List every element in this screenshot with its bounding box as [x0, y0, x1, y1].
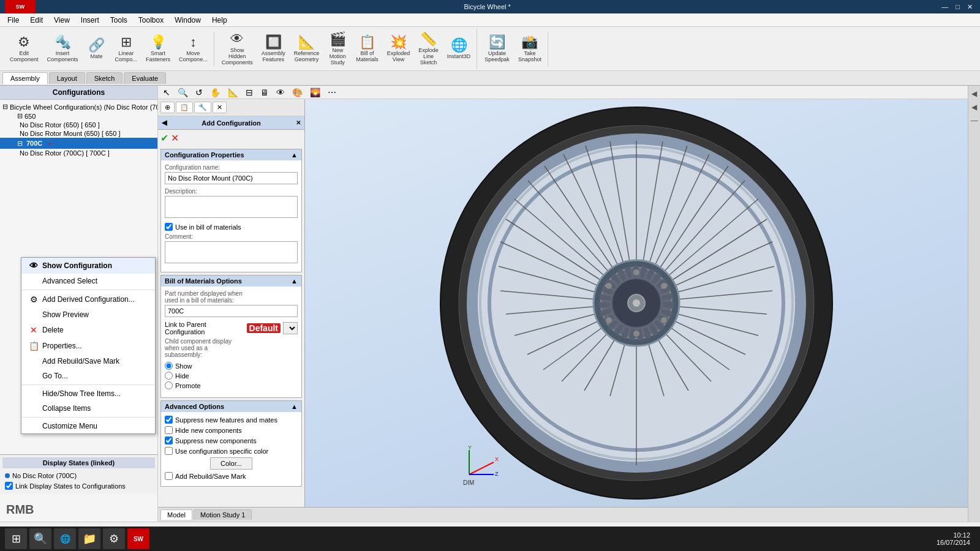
menu-help[interactable]: Help — [207, 15, 232, 26]
suppress-components-checkbox[interactable] — [165, 437, 173, 444]
t2-scene-btn[interactable]: 🌄 — [307, 86, 323, 99]
menu-file[interactable]: File — [2, 15, 24, 26]
menu-insert[interactable]: Insert — [76, 15, 104, 26]
insert-components-btn[interactable]: 🔩InsertComponents — [43, 33, 82, 65]
t2-zoom-btn[interactable]: 🔍 — [175, 86, 190, 99]
cancel-btn[interactable]: ✕ — [171, 132, 179, 144]
t2-display-btn[interactable]: 🖥 — [258, 86, 271, 99]
ctx-properties[interactable]: 📋 Properties... — [21, 338, 155, 354]
bottom-tab-motion[interactable]: Motion Study 1 — [194, 509, 252, 520]
minimize-btn[interactable]: — — [939, 3, 951, 11]
link-parent-select[interactable]: ▼ — [283, 322, 298, 334]
ctx-customize-menu[interactable]: Customize Menu — [21, 419, 155, 433]
t2-rotate-btn[interactable]: ↺ — [193, 86, 205, 99]
tab-layout[interactable]: Layout — [49, 72, 85, 84]
t2-cursor-btn[interactable]: ↖ — [160, 86, 173, 99]
ctx-advanced-select[interactable]: Advanced Select — [21, 274, 155, 288]
config-name-input[interactable] — [165, 172, 298, 184]
ctx-add-rebuild[interactable]: Add Rebuild/Save Mark — [21, 354, 155, 369]
tree-650[interactable]: ⊟ 650 — [0, 111, 157, 121]
t2-pan-btn[interactable]: ✋ — [208, 86, 223, 99]
exploded-view-btn[interactable]: 💥ExplodedView — [383, 33, 414, 65]
ctx-hide-show-tree[interactable]: Hide/Show Tree Items... — [21, 386, 155, 401]
description-input[interactable] — [165, 196, 298, 218]
t2-extra-btn[interactable]: ⋯ — [325, 86, 339, 99]
move-component-btn[interactable]: ↕MoveCompone... — [175, 33, 211, 65]
suppress-features-checkbox[interactable] — [165, 416, 173, 424]
tab-sketch[interactable]: Sketch — [86, 72, 123, 84]
taskbar-settings[interactable]: ⚙ — [103, 528, 125, 549]
reference-geometry-btn[interactable]: 📐ReferenceGeometry — [290, 33, 323, 65]
config-properties-header[interactable]: Configuration Properties ▲ — [161, 149, 301, 160]
taskbar-search[interactable]: 🔍 — [29, 528, 51, 549]
tree-root[interactable]: ⊟ Bicycle Wheel Configuration(s) (No Dis… — [0, 102, 157, 111]
tab-assembly[interactable]: Assembly — [2, 72, 48, 84]
ctx-add-derived[interactable]: ⚙ Add Derived Configuration... — [21, 291, 155, 307]
assembly-features-btn[interactable]: 🔲AssemblyFeatures — [258, 33, 289, 65]
part-number-input[interactable] — [165, 305, 298, 317]
explode-line-btn[interactable]: 📏ExplodeLineSketch — [415, 30, 442, 68]
show-hidden-btn[interactable]: 👁ShowHiddenComponents — [218, 30, 257, 68]
bottom-tab-model[interactable]: Model — [160, 509, 192, 520]
rs-icon-2[interactable]: ◀ — [970, 102, 978, 113]
config-color-checkbox[interactable] — [165, 447, 173, 455]
tree-700c[interactable]: ⊟ 700C ← — [0, 138, 157, 149]
color-btn[interactable]: Color... — [210, 457, 252, 470]
maximize-btn[interactable]: □ — [953, 3, 962, 11]
smart-fasteners-btn[interactable]: 💡SmartFasteners — [142, 33, 174, 65]
ctx-show-configuration[interactable]: 👁 Show Configuration — [21, 258, 155, 274]
ctx-show-preview[interactable]: Show Preview — [21, 307, 155, 322]
panel-toolbar-btn2[interactable]: 📋 — [176, 102, 193, 113]
use-in-bom-checkbox[interactable] — [165, 223, 173, 231]
take-snapshot-btn[interactable]: 📸TakeSnapshot — [514, 33, 545, 65]
ctx-collapse-items[interactable]: Collapse Items — [21, 401, 155, 416]
new-motion-study-btn[interactable]: 🎬NewMotionStudy — [324, 30, 351, 68]
linear-component-btn[interactable]: ⊞LinearCompo... — [111, 33, 141, 65]
close-btn[interactable]: ✕ — [965, 3, 975, 11]
taskbar-explorer[interactable]: 📁 — [78, 528, 100, 549]
tree-no-disc-650[interactable]: No Disc Rotor (650) [ 650 ] — [0, 121, 157, 129]
panel-toolbar-btn1[interactable]: ⊕ — [160, 102, 175, 113]
hide-components-checkbox[interactable] — [165, 426, 173, 434]
t2-hide-btn[interactable]: 👁 — [274, 86, 287, 99]
update-speedpak-btn[interactable]: 🔄UpdateSpeedpak — [481, 33, 513, 65]
radio-promote-input[interactable] — [165, 381, 173, 389]
radio-hide-input[interactable] — [165, 372, 173, 380]
tree-no-disc-mount-650[interactable]: No Disc Rotor Mount (650) [ 650 ] — [0, 129, 157, 138]
panel-toolbar-btn4[interactable]: ✕ — [213, 102, 227, 113]
instant3d-btn[interactable]: 🌐Instant3D — [443, 36, 475, 62]
bill-of-materials-btn[interactable]: 📋Bill ofMaterials — [352, 33, 382, 65]
panel-close-icon[interactable]: ✕ — [296, 119, 301, 126]
taskbar-ie[interactable]: 🌐 — [54, 528, 76, 549]
rs-icon-1[interactable]: ◀ — [970, 88, 978, 99]
menu-tools[interactable]: Tools — [105, 15, 132, 26]
radio-show-input[interactable] — [165, 362, 173, 370]
title-controls[interactable]: — □ ✕ — [939, 3, 975, 11]
panel-collapse-icon[interactable]: ◀ — [162, 119, 167, 127]
link-display-states-checkbox[interactable] — [5, 482, 13, 490]
rs-icon-3[interactable]: — — [970, 115, 979, 126]
panel-toolbar-btn3[interactable]: 🔧 — [194, 102, 211, 113]
t2-appearance-btn[interactable]: 🎨 — [290, 86, 305, 99]
menu-window[interactable]: Window — [170, 15, 206, 26]
t2-section-btn[interactable]: ⊟ — [243, 86, 255, 99]
edit-component-btn[interactable]: ⚙EditComponent — [6, 33, 42, 65]
t2-view-btn[interactable]: 📐 — [225, 86, 241, 99]
ctx-delete[interactable]: ✕ Delete — [21, 322, 155, 338]
taskbar-start[interactable]: ⊞ — [5, 528, 27, 549]
menu-edit[interactable]: Edit — [25, 15, 48, 26]
ctx-goto[interactable]: Go To... — [21, 369, 155, 383]
menu-toolbox[interactable]: Toolbox — [134, 15, 168, 26]
accept-btn[interactable]: ✔ — [160, 132, 168, 144]
bom-header[interactable]: Bill of Materials Options ▲ — [161, 276, 301, 287]
display-states-header[interactable]: Display States (linked) — [2, 457, 155, 468]
menu-view[interactable]: View — [49, 15, 75, 26]
view-area[interactable]: ⊕ 📋 🔧 ✕ ◀ Add Configuration ✕ ✔ ✕ — [158, 99, 968, 507]
taskbar-solidworks[interactable]: SW — [127, 528, 149, 549]
comment-input[interactable] — [165, 241, 298, 263]
tree-no-disc-700c[interactable]: No Disc Rotor (700C) [ 700C ] — [0, 149, 157, 157]
tab-evaluate[interactable]: Evaluate — [124, 72, 166, 84]
mate-btn[interactable]: 🔗Mate — [83, 36, 110, 62]
advanced-header[interactable]: Advanced Options ▲ — [161, 401, 301, 412]
add-rebuild-checkbox[interactable] — [165, 472, 173, 480]
